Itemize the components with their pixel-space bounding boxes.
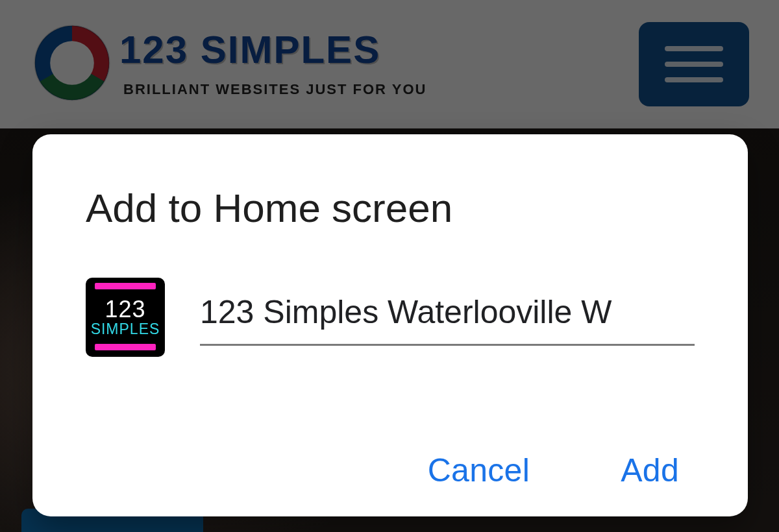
app-icon-line1: 123	[86, 296, 165, 323]
cancel-button[interactable]: Cancel	[428, 452, 530, 489]
dialog-actions: Cancel Add	[32, 432, 748, 516]
app-icon-accent-bar	[95, 283, 156, 289]
dialog-body: 123 SIMPLES	[32, 260, 748, 363]
app-icon-line2: SIMPLES	[86, 320, 165, 338]
app-icon: 123 SIMPLES	[86, 278, 165, 357]
shortcut-name-input[interactable]	[200, 289, 695, 346]
dialog-title: Add to Home screen	[32, 134, 748, 260]
add-button[interactable]: Add	[621, 452, 679, 489]
add-to-home-screen-dialog: Add to Home screen 123 SIMPLES Cancel Ad…	[32, 134, 748, 516]
screen: 123 SIMPLES BRILLIANT WEBSITES JUST FOR …	[0, 0, 779, 532]
app-icon-accent-bar	[95, 344, 156, 350]
